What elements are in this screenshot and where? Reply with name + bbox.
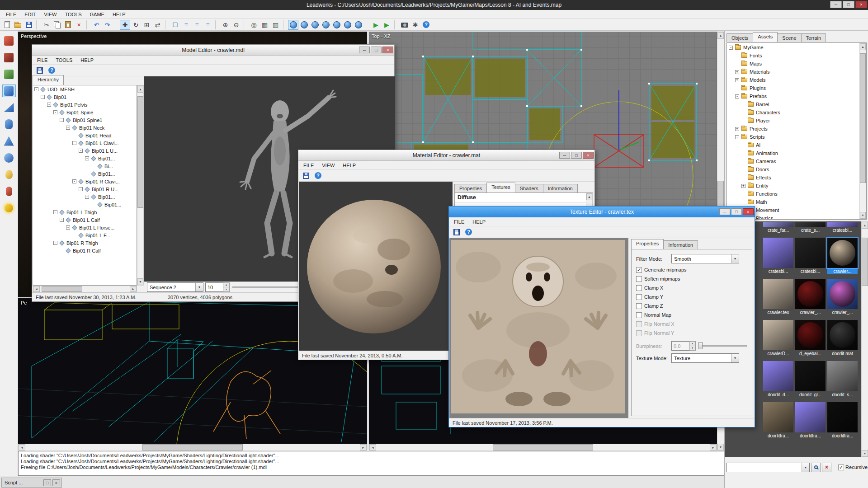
nav-down-icon[interactable]	[342, 20, 353, 30]
scrollbar-track[interactable]	[376, 444, 710, 450]
scroll-left-icon[interactable]: ◄	[369, 444, 376, 450]
spin-up-icon[interactable]: ▴	[689, 342, 695, 346]
scrollbar-track[interactable]	[860, 50, 866, 212]
asset-thumb-crawler[interactable]: crawler_...	[795, 279, 826, 315]
translate-icon[interactable]: ✚	[120, 20, 130, 30]
menu-tools[interactable]: TOOLS	[52, 56, 76, 64]
checkbox-icon[interactable]	[636, 294, 642, 300]
close-icon[interactable]: ×	[52, 479, 60, 486]
nav-home-icon[interactable]	[353, 20, 363, 30]
scrollbar-thumb[interactable]	[42, 286, 82, 292]
close-icon[interactable]: ×	[382, 47, 393, 53]
collapse-icon[interactable]: -	[60, 218, 64, 222]
zoom-out-icon[interactable]: ⊖	[231, 20, 241, 30]
zoom-in-icon[interactable]: ⊕	[220, 20, 231, 30]
asset-thumb-d-eyebal[interactable]: d_eyebal...	[795, 320, 826, 356]
asset-thumb-crawler[interactable]: crawler...	[827, 238, 858, 274]
bumpiness-stepper[interactable]: 0.0 ▴ ▾	[671, 341, 696, 351]
tree-item-functions[interactable]: Functions	[727, 190, 859, 198]
asset-thumb-doorlitfra[interactable]: doorlitfra...	[827, 402, 858, 438]
run-icon[interactable]: ▶	[371, 20, 381, 30]
expand-icon[interactable]: +	[735, 127, 739, 131]
tree-item-maps[interactable]: Maps	[727, 60, 859, 68]
tree-item-bip01-l-thigh[interactable]: -Bip01 L Thigh	[33, 208, 137, 216]
menu-view[interactable]: VIEW	[40, 11, 61, 18]
minimize-icon[interactable]: ─	[359, 47, 370, 53]
scroll-left-icon[interactable]: ◄	[33, 286, 40, 292]
cut-icon[interactable]: ✂	[41, 20, 52, 30]
create-spot-light[interactable]	[2, 185, 16, 197]
collapse-icon[interactable]: -	[79, 149, 83, 153]
bumpiness-value[interactable]: 0.0	[671, 341, 689, 351]
tab-terrain[interactable]: Terrain	[801, 33, 826, 42]
redo-icon[interactable]: ↷	[102, 20, 113, 30]
option-clamp-x[interactable]: Clamp X	[636, 284, 748, 291]
hierarchy-hscrollbar[interactable]: ◄ ►	[33, 286, 137, 292]
tree-item-bip01-r-calf[interactable]: Bip01 R Calf	[33, 247, 137, 254]
scroll-down-icon[interactable]: ▼	[862, 450, 868, 457]
restore-icon[interactable]: □	[43, 479, 51, 486]
menu-file[interactable]: FILE	[33, 56, 52, 64]
thumbnails-scrollbar[interactable]: ▲ ▼	[861, 221, 868, 457]
tab-assets[interactable]: Assets	[753, 32, 778, 42]
expand-icon[interactable]: +	[735, 78, 739, 82]
spin-down-icon[interactable]: ▾	[689, 346, 695, 350]
tree-item-bip01-l-horse[interactable]: -Bip01 L Horse...	[33, 224, 137, 231]
scroll-up-icon[interactable]: ▲	[860, 43, 866, 50]
tree-item-characters[interactable]: Characters	[727, 108, 859, 117]
menu-file[interactable]: FILE	[2, 11, 20, 18]
asset-thumb-doorlit-s[interactable]: doorlit_s...	[827, 361, 858, 397]
menu-file[interactable]: FILE	[299, 162, 318, 169]
checkbox-icon[interactable]	[636, 321, 642, 327]
asset-thumb-doorlit-gl[interactable]: doorlit_gl...	[795, 361, 826, 397]
tree-item-bip01[interactable]: -Bip01...	[33, 155, 137, 162]
chevron-down-icon[interactable]: ▾	[731, 354, 739, 362]
tree-item-bip01-l-calf[interactable]: -Bip01 L Calf	[33, 216, 137, 224]
console-output[interactable]: Loading shader "C:/Users/Josh/Documents/…	[18, 451, 724, 476]
option-clamp-y[interactable]: Clamp Y	[636, 293, 748, 300]
expand-icon[interactable]: +	[741, 184, 745, 188]
new-icon[interactable]	[2, 20, 12, 30]
tree-item-bip01-neck[interactable]: -Bip01 Neck	[33, 124, 137, 131]
sequence-dropdown[interactable]: Sequence 2 ▾	[147, 282, 203, 292]
scrollbar-track[interactable]	[25, 444, 360, 450]
scroll-right-icon[interactable]: ►	[710, 444, 717, 450]
tree-item-mygame[interactable]: -MyGame	[727, 43, 859, 52]
tree-item-bip01-l-f[interactable]: Bip01 L F...	[33, 231, 137, 239]
create-box-red[interactable]	[2, 34, 16, 47]
collapse-icon[interactable]: -	[60, 118, 64, 122]
tab-hierarchy[interactable]: Hierarchy	[33, 75, 64, 85]
chevron-down-icon[interactable]: ▾	[802, 463, 809, 472]
asset-thumb-doorlitfra[interactable]: doorlitfra...	[763, 402, 793, 438]
slider-thumb[interactable]	[698, 342, 703, 349]
nav-up-icon[interactable]	[331, 20, 342, 30]
scrollbar-thumb[interactable]	[493, 444, 593, 450]
tree-item-bip01-r-thigh[interactable]: -Bip01 R Thigh	[33, 239, 137, 247]
collapse-icon[interactable]: -	[735, 94, 739, 99]
bumpiness-slider[interactable]	[698, 341, 748, 351]
collapse-icon[interactable]: -	[66, 225, 70, 230]
scrollbar-track[interactable]	[862, 229, 868, 450]
scroll-up-icon[interactable]: ▲	[137, 86, 143, 93]
scroll-right-icon[interactable]: ►	[360, 444, 367, 450]
texture-preview-viewport[interactable]	[449, 238, 628, 418]
collapse-icon[interactable]: -	[47, 103, 51, 107]
create-box-green[interactable]	[2, 68, 16, 80]
create-cone-blue[interactable]	[2, 135, 16, 147]
texture-slot-diffuse[interactable]: Diffuse	[455, 193, 593, 202]
create-directional-light[interactable]	[2, 202, 16, 214]
help-icon[interactable]	[313, 171, 323, 181]
nav-pan-icon[interactable]	[299, 20, 309, 30]
asset-thumb-crate-s[interactable]: crate_s...	[795, 222, 826, 233]
open-icon[interactable]	[13, 20, 23, 30]
option-generate-mipmaps[interactable]: ✓Generate mipmaps	[636, 266, 748, 273]
paste-icon[interactable]	[63, 20, 73, 30]
tree-item-math[interactable]: Math	[727, 198, 859, 206]
scroll-right-icon[interactable]: ►	[130, 286, 137, 292]
scroll-up-icon[interactable]: ▲	[586, 193, 592, 200]
asset-thumb-crawler[interactable]: crawler_...	[827, 279, 858, 315]
select-box-icon[interactable]: ☐	[170, 20, 180, 30]
option-flip-normal-y[interactable]: Flip Normal Y	[636, 329, 748, 337]
clear-search-button[interactable]: ×	[822, 463, 831, 472]
create-box-blue[interactable]	[2, 84, 16, 97]
